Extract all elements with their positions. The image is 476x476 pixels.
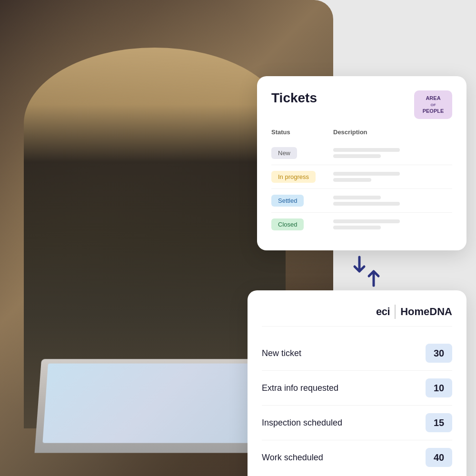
metric-row-extra-info: Extra info requested 10 xyxy=(262,371,452,406)
placeholder-line xyxy=(333,148,400,152)
metric-value-inspection: 15 xyxy=(426,413,452,432)
tickets-card-header: Tickets AREA OF PEOPLE xyxy=(271,90,452,119)
description-placeholder-new xyxy=(333,148,452,158)
sync-arrows xyxy=(352,255,381,288)
placeholder-line xyxy=(333,178,371,182)
logo-divider xyxy=(395,305,396,319)
metric-value-work-scheduled: 40 xyxy=(426,448,452,467)
metric-row-work-scheduled: Work scheduled 40 xyxy=(262,440,452,475)
homedna-header: eci HomeHomeDNADNA xyxy=(262,305,452,327)
metric-value-extra-info: 10 xyxy=(426,378,452,397)
placeholder-line xyxy=(333,226,381,229)
metric-row-new-ticket: New ticket 30 xyxy=(262,336,452,371)
placeholder-line xyxy=(333,219,400,223)
eci-logo: eci HomeHomeDNADNA xyxy=(376,305,452,319)
description-placeholder-settled xyxy=(333,196,452,206)
status-col-header: Status xyxy=(271,129,333,136)
homedna-label: HomeHomeDNADNA xyxy=(400,306,452,318)
homedna-card: eci HomeHomeDNADNA New ticket 30 Extra i… xyxy=(248,290,466,476)
placeholder-line xyxy=(333,202,400,206)
area-of-people-logo: AREA OF PEOPLE xyxy=(414,90,452,119)
description-placeholder-inprogress xyxy=(333,172,452,182)
description-col-header: Description xyxy=(333,129,452,136)
metric-label-extra-info: Extra info requested xyxy=(262,383,338,393)
metric-label-inspection: Inspection scheduled xyxy=(262,418,342,428)
eci-label: eci xyxy=(376,306,390,318)
ticket-row-settled: Settled xyxy=(271,189,452,213)
metric-label-new-ticket: New ticket xyxy=(262,348,301,358)
logo-area-text: AREA OF PEOPLE xyxy=(423,95,444,114)
placeholder-line xyxy=(333,196,381,199)
metric-label-work-scheduled: Work scheduled xyxy=(262,453,323,463)
laptop-screen xyxy=(42,364,271,443)
laptop xyxy=(35,359,280,453)
ticket-row-closed: Closed xyxy=(271,213,452,236)
status-badge-inprogress: In progress xyxy=(271,171,333,183)
ticket-row-new: New xyxy=(271,141,452,165)
placeholder-line xyxy=(333,172,400,176)
placeholder-line xyxy=(333,154,381,158)
status-badge-new: New xyxy=(271,147,333,159)
ticket-row-inprogress: In progress xyxy=(271,165,452,189)
table-headers: Status Description xyxy=(271,129,452,136)
tickets-title: Tickets xyxy=(271,90,317,106)
status-badge-closed: Closed xyxy=(271,218,333,230)
description-placeholder-closed xyxy=(333,219,452,229)
status-badge-settled: Settled xyxy=(271,195,333,207)
metric-row-inspection: Inspection scheduled 15 xyxy=(262,406,452,440)
tickets-card: Tickets AREA OF PEOPLE Status Descriptio… xyxy=(257,76,466,250)
metric-value-new-ticket: 30 xyxy=(426,344,452,363)
